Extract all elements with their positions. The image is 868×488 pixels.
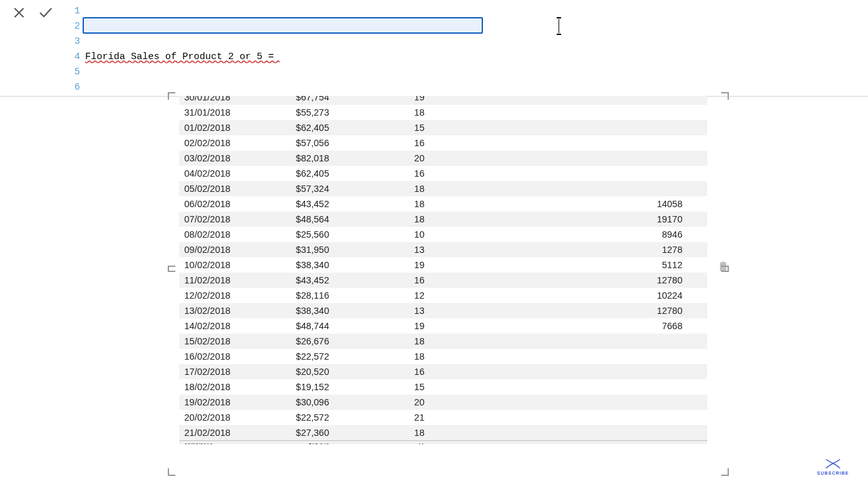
cell-extra: 14058: [430, 196, 696, 212]
cell-date: 20/02/2018: [179, 410, 263, 425]
table-row[interactable]: 05/02/2018$57,32418: [179, 181, 707, 196]
cell-tx: 16: [334, 166, 430, 181]
cell-sales: $67,754: [263, 96, 334, 105]
cell-tx: 21: [334, 410, 430, 425]
cancel-button[interactable]: [10, 4, 28, 22]
cell-extra: 8946: [430, 227, 696, 242]
resize-handle-top-left[interactable]: [168, 92, 177, 101]
cell-extra: 7668: [430, 318, 696, 334]
table-row[interactable]: 17/02/2018$20,52016: [179, 364, 707, 379]
resize-handle-mid-left[interactable]: [168, 264, 177, 273]
cell-extra: [430, 334, 696, 349]
cell-date: 21/02/2018: [179, 425, 263, 440]
cell-tx: 12: [334, 288, 430, 303]
table-row[interactable]: 12/02/2018$28,1161210224: [179, 288, 707, 303]
cell-sales: $31,950: [263, 242, 334, 257]
table-row[interactable]: 02/02/2018$57,05616: [179, 135, 707, 151]
table-row[interactable]: 18/02/2018$19,15215: [179, 379, 707, 395]
cell-tx: 13: [334, 303, 430, 318]
cell-sales: $20,520: [263, 364, 334, 379]
cell-date: 15/02/2018: [179, 334, 263, 349]
cell-tx: 19: [334, 257, 430, 273]
dax-editor[interactable]: 1 2 3 4 5 6 Florida Sales of Product 2 o…: [66, 0, 868, 96]
table-row[interactable]: 10/02/2018$38,340195112: [179, 257, 707, 273]
subscribe-watermark: SUBSCRIBE: [817, 458, 849, 475]
cell-date: 31/01/2018: [179, 105, 263, 120]
cell-tx: 18: [334, 425, 430, 440]
table-row[interactable]: 11/02/2018$43,4521612780: [179, 273, 707, 288]
check-icon: [39, 7, 53, 18]
cell-sales: $19,152: [263, 379, 334, 395]
cell-date: 09/02/2018: [179, 242, 263, 257]
line-number: 1: [66, 4, 80, 19]
text-caret: [559, 19, 559, 33]
dna-icon: [825, 458, 841, 470]
table-row[interactable]: 30/01/2018$67,75419: [179, 96, 707, 105]
cell-extra: [430, 410, 696, 425]
cell-sales: $43,452: [263, 196, 334, 212]
cell-extra: [430, 364, 696, 379]
cell-tx: 16: [334, 364, 430, 379]
table-row[interactable]: 20/02/2018$22,57221: [179, 410, 707, 425]
resize-handle-bottom-left[interactable]: [168, 467, 177, 476]
cell-sales: $25,560: [263, 227, 334, 242]
table-row[interactable]: 16/02/2018$22,57218: [179, 349, 707, 364]
table-row[interactable]: 31/01/2018$55,27318: [179, 105, 707, 120]
cell-sales: $38,340: [263, 257, 334, 273]
cell-sales: $22,572: [263, 349, 334, 364]
formula-bar-buttons: [0, 0, 66, 96]
cell-date: 19/02/2018: [179, 395, 263, 410]
cell-tx: 18: [334, 349, 430, 364]
cell-tx: 16: [334, 135, 430, 151]
cell-date: 30/01/2018: [179, 96, 263, 105]
table-row[interactable]: 13/02/2018$38,3401312780: [179, 303, 707, 318]
line-number: 3: [66, 34, 80, 50]
table-body[interactable]: 30/01/2018$67,7541931/01/2018$55,2731801…: [179, 96, 707, 444]
resize-handle-bottom-right[interactable]: [720, 467, 729, 476]
cell-date: 10/02/2018: [179, 257, 263, 273]
formula-bar: 1 2 3 4 5 6 Florida Sales of Product 2 o…: [0, 0, 868, 97]
table-row[interactable]: 19/02/2018$30,09620: [179, 395, 707, 410]
line-number: 5: [66, 65, 80, 80]
measure-name: Florida Sales of Product 2 or 5 =: [85, 51, 280, 62]
resize-handle-mid-right[interactable]: [720, 264, 729, 273]
resize-handle-top-right[interactable]: [720, 92, 729, 101]
cell-tx: 18: [334, 212, 430, 227]
cell-extra: [430, 166, 696, 181]
cell-tx: 15: [334, 120, 430, 135]
cell-tx: 10: [334, 227, 430, 242]
cell-sales: $57,324: [263, 181, 334, 196]
table-row[interactable]: 06/02/2018$43,4521814058: [179, 196, 707, 212]
commit-button[interactable]: [37, 4, 55, 22]
table-row[interactable]: 14/02/2018$48,744197668: [179, 318, 707, 334]
table-visual[interactable]: 30/01/2018$67,7541931/01/2018$55,2731801…: [172, 97, 724, 471]
line-number: 6: [66, 80, 80, 95]
table-row[interactable]: 22/02/2018$15,04811: [179, 440, 707, 444]
cell-extra: [430, 135, 696, 151]
cell-tx: 18: [334, 105, 430, 120]
line-number-gutter: 1 2 3 4 5 6: [66, 4, 80, 95]
cell-date: 13/02/2018: [179, 303, 263, 318]
cell-tx: 19: [334, 318, 430, 334]
table-row[interactable]: 07/02/2018$48,5641819170: [179, 212, 707, 227]
cell-tx: 15: [334, 379, 430, 395]
cell-date: 14/02/2018: [179, 318, 263, 334]
table-row[interactable]: 09/02/2018$31,950131278: [179, 242, 707, 257]
cell-sales: $30,096: [263, 395, 334, 410]
cell-extra: [430, 349, 696, 364]
table-row[interactable]: 15/02/2018$26,67618: [179, 334, 707, 349]
line-number: 2: [66, 19, 80, 34]
cell-sales: $28,116: [263, 288, 334, 303]
table-row[interactable]: 08/02/2018$25,560108946: [179, 227, 707, 242]
cell-tx: 11: [334, 441, 430, 444]
table-row[interactable]: 03/02/2018$82,01820: [179, 151, 707, 166]
dax-code[interactable]: Florida Sales of Product 2 or 5 = VAR Fl…: [85, 4, 737, 96]
table-row[interactable]: 04/02/2018$62,40516: [179, 166, 707, 181]
table-row[interactable]: 01/02/2018$62,40515: [179, 120, 707, 135]
cell-tx: 13: [334, 242, 430, 257]
cell-date: 16/02/2018: [179, 349, 263, 364]
cell-date: 08/02/2018: [179, 227, 263, 242]
cell-date: 02/02/2018: [179, 135, 263, 151]
table-row[interactable]: 21/02/2018$27,36018: [179, 425, 707, 440]
cell-extra: [430, 105, 696, 120]
